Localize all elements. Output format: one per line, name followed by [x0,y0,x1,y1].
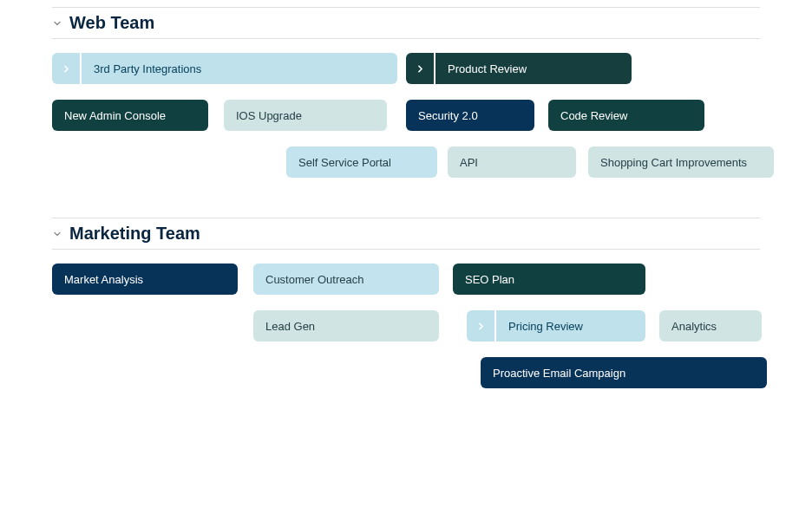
section-header[interactable]: Web Team [52,7,760,39]
card-label: 3rd Party Integrations [82,62,213,75]
chevron-right-icon [52,53,82,84]
chevron-down-icon [52,229,62,239]
chevron-right-icon [406,53,435,84]
gantt-card[interactable]: API [448,146,576,178]
chevron-right-icon [467,310,496,342]
card-area: Market AnalysisCustomer OutreachSEO Plan… [52,264,760,402]
section-header[interactable]: Marketing Team [52,218,760,250]
section-title: Web Team [69,13,154,33]
gantt-card[interactable]: 3rd Party Integrations [52,53,397,84]
card-label: Shopping Cart Improvements [600,156,747,169]
gantt-card[interactable]: Shopping Cart Improvements [588,146,774,178]
gantt-card[interactable]: Security 2.0 [406,100,534,131]
chevron-down-icon [52,18,62,29]
card-label: SEO Plan [465,273,514,286]
gantt-card[interactable]: Analytics [659,310,762,342]
card-label: Customer Outreach [265,273,363,286]
card-label: Lead Gen [265,320,315,333]
gantt-card[interactable]: SEO Plan [453,264,645,295]
card-label: Analytics [671,320,717,333]
card-label: Security 2.0 [418,109,478,122]
card-label: API [460,156,478,169]
card-label: Market Analysis [64,273,143,286]
gantt-card[interactable]: Lead Gen [253,310,439,342]
section-title: Marketing Team [69,224,200,244]
gantt-card[interactable]: Product Review [406,53,632,84]
card-label: New Admin Console [64,109,166,122]
gantt-card[interactable]: Code Review [548,100,704,131]
gantt-card[interactable]: New Admin Console [52,100,208,131]
gantt-card[interactable]: Pricing Review [467,310,645,342]
gantt-card[interactable]: Self Service Portal [286,146,437,178]
card-label: Code Review [560,109,627,122]
card-area: 3rd Party IntegrationsProduct ReviewNew … [52,53,760,192]
gantt-card[interactable]: Proactive Email Campaign [481,357,767,388]
card-label: Proactive Email Campaign [493,367,625,380]
gantt-card[interactable]: Customer Outreach [253,264,439,295]
gantt-card[interactable]: Market Analysis [52,264,238,295]
card-label: Pricing Review [496,320,595,333]
card-label: IOS Upgrade [236,109,302,122]
card-label: Product Review [435,62,539,75]
card-label: Self Service Portal [298,156,391,169]
gantt-card[interactable]: IOS Upgrade [224,100,387,131]
